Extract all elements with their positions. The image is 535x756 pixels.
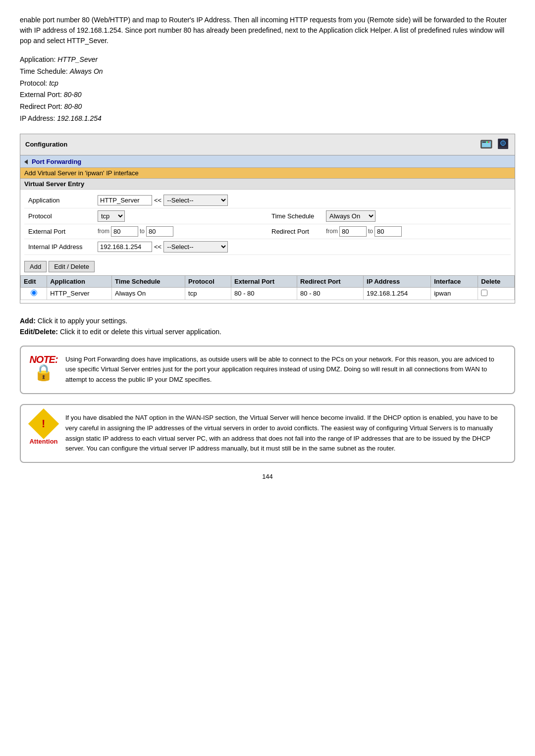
add-desc-label: Add: xyxy=(20,317,36,325)
col-delete: Delete xyxy=(478,275,515,287)
port-forwarding-title: Port Forwarding xyxy=(32,158,81,165)
button-row: Add Edit / Delete xyxy=(20,258,515,275)
timeschedule-content: Always On xyxy=(326,210,507,222)
timeschedule-select[interactable]: Always On xyxy=(326,210,375,222)
app-label: Application: xyxy=(20,55,55,63)
ext-from-label: from xyxy=(98,228,109,235)
note-content: Using Port Forwarding does have implicat… xyxy=(65,354,506,385)
ext-to-label: to xyxy=(140,228,145,235)
redir-port-value: 80-80 xyxy=(64,102,82,110)
timeschedule-half: Time Schedule Always On xyxy=(268,208,511,224)
protocol-content: tcp udp both xyxy=(98,210,264,222)
timeschedule-field-label: Time Schedule xyxy=(271,212,326,220)
add-virtual-server-text: Add Virtual Server in 'ipwan' IP interfa… xyxy=(24,169,139,177)
redirect-port-half: Redirect Port from to xyxy=(268,224,511,239)
edit-radio[interactable] xyxy=(31,290,37,296)
add-desc-text: Click it to apply your settings. xyxy=(38,317,127,325)
svg-rect-4 xyxy=(488,142,489,143)
form-area: Application << --Select-- Protocol tcp u… xyxy=(20,190,515,258)
redir-to-label: to xyxy=(368,228,373,235)
add-button[interactable]: Add xyxy=(24,261,47,272)
application-row-content: << --Select-- xyxy=(98,195,507,206)
attention-icon-area: ! Attention xyxy=(29,413,58,445)
col-protocol: Protocol xyxy=(185,275,231,287)
redirect-port-content: from to xyxy=(326,226,507,237)
diamond-icon: ! xyxy=(28,408,59,439)
redir-from-label: from xyxy=(326,228,338,235)
col-redirect-port: Redirect Port xyxy=(297,275,364,287)
virtual-server-entry-bar: Virtual Server Entry xyxy=(20,179,515,190)
protocol-select[interactable]: tcp udp both xyxy=(98,210,125,222)
exclamation-icon: ! xyxy=(42,417,45,430)
external-port-content: from to xyxy=(98,226,264,237)
row-application: HTTP_Server xyxy=(47,287,112,300)
attention-box: ! Attention If you have disabled the NAT… xyxy=(20,404,515,463)
ip-value: 192.168.1.254 xyxy=(57,114,102,122)
note-box: NOTE: 🔒 Using Port Forwarding does have … xyxy=(20,346,515,394)
external-port-from[interactable] xyxy=(111,226,138,237)
application-select[interactable]: --Select-- xyxy=(163,195,228,206)
protocol-half: Protocol tcp udp both xyxy=(24,208,268,224)
ip-separator: << xyxy=(154,243,161,251)
page-number: 144 xyxy=(20,473,515,480)
row-delete[interactable] xyxy=(478,287,515,300)
col-application: Application xyxy=(47,275,112,287)
protocol-timeschedule-row: Protocol tcp udp both Time Schedule Alwa… xyxy=(24,208,511,224)
intro-paragraph: enable port number 80 (Web/HTTP) and map… xyxy=(20,15,515,46)
row-protocol: tcp xyxy=(185,287,231,300)
external-port-label: External Port xyxy=(28,228,98,235)
col-external-port: External Port xyxy=(231,275,297,287)
virtual-server-entry-text: Virtual Server Entry xyxy=(24,180,84,188)
external-port-to[interactable] xyxy=(146,226,173,237)
row-interface: ipwan xyxy=(431,287,478,300)
note-person-icon: 🔒 xyxy=(29,364,58,380)
internal-ip-input[interactable] xyxy=(98,242,152,252)
row-redirect-port: 80 - 80 xyxy=(297,287,364,300)
internal-ip-label: Internal IP Address xyxy=(28,243,98,251)
add-virtual-server-bar: Add Virtual Server in 'ipwan' IP interfa… xyxy=(20,168,515,179)
edit-delete-desc-label: Edit/Delete: xyxy=(20,328,58,336)
application-input[interactable] xyxy=(98,195,152,205)
port-forwarding-bar: Port Forwarding xyxy=(20,155,515,168)
note-icon-area: NOTE: 🔒 xyxy=(29,354,58,380)
proto-label: Protocol: xyxy=(20,79,47,87)
edit-delete-button[interactable]: Edit / Delete xyxy=(49,261,95,272)
ip-label: IP Address: xyxy=(20,114,55,122)
external-port-half: External Port from to xyxy=(24,224,268,239)
data-table-container: Edit Application Time Schedule Protocol … xyxy=(20,275,515,303)
config-panel: Configuration Port Forwarding Add Virtua… xyxy=(20,134,515,303)
row-ip-address: 192.168.1.254 xyxy=(364,287,431,300)
internal-ip-content: << --Select-- xyxy=(98,241,507,252)
router-icon xyxy=(480,137,510,152)
config-header: Configuration xyxy=(20,134,515,155)
protocol-field-label: Protocol xyxy=(28,212,98,220)
application-field-label: Application xyxy=(28,197,98,204)
row-edit[interactable] xyxy=(21,287,47,300)
virtual-server-table: Edit Application Time Schedule Protocol … xyxy=(20,275,515,300)
table-row: HTTP_Server Always On tcp 80 - 80 80 - 8… xyxy=(21,287,515,300)
helper-separator: << xyxy=(154,197,161,204)
ext-port-label: External Port: xyxy=(20,91,62,99)
row-time-schedule: Always On xyxy=(112,287,185,300)
params-section: Application: HTTP_Sever Time Schedule: A… xyxy=(20,54,515,125)
application-row: Application << --Select-- xyxy=(24,193,511,208)
edit-delete-desc-text: Click it to edit or delete this virtual … xyxy=(60,328,221,336)
note-text-icon: NOTE: xyxy=(29,354,58,364)
redirect-port-to[interactable] xyxy=(374,226,402,237)
row-external-port: 80 - 80 xyxy=(231,287,297,300)
col-interface: Interface xyxy=(431,275,478,287)
attention-content: If you have disabled the NAT option in t… xyxy=(65,413,506,454)
ext-port-value: 80-80 xyxy=(64,91,82,99)
delete-checkbox[interactable] xyxy=(481,290,487,296)
svg-rect-2 xyxy=(482,142,486,143)
desc-section: Add: Click it to apply your settings. Ed… xyxy=(20,315,515,338)
ports-row: External Port from to Redirect Port from… xyxy=(24,224,511,239)
internal-ip-select[interactable]: --Select-- xyxy=(163,241,228,252)
col-time-schedule: Time Schedule xyxy=(112,275,185,287)
col-edit: Edit xyxy=(21,275,47,287)
app-value: HTTP_Sever xyxy=(57,55,98,63)
ts-label: Time Schedule: xyxy=(20,67,68,75)
svg-rect-3 xyxy=(487,142,488,143)
redirect-port-from[interactable] xyxy=(339,226,367,237)
redirect-port-label: Redirect Port xyxy=(271,228,326,235)
